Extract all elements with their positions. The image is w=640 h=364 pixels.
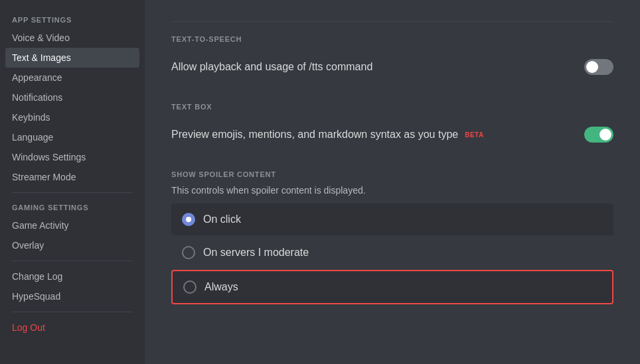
sidebar-item-language[interactable]: Language — [5, 127, 139, 147]
radio-option-on-click[interactable]: On click — [171, 204, 613, 235]
sidebar-item-label: Voice & Video — [12, 32, 70, 43]
radio-label-on-click: On click — [203, 213, 241, 225]
sidebar-item-label: Windows Settings — [12, 152, 86, 162]
textbox-toggle[interactable]: ✓ — [584, 127, 613, 143]
sidebar-item-label: Streamer Mode — [12, 172, 76, 182]
x-icon: ✕ — [601, 62, 609, 72]
sidebar-item-label: Overlay — [12, 240, 44, 251]
radio-circle-always — [183, 280, 197, 294]
sidebar-item-notifications[interactable]: Notifications — [5, 88, 139, 107]
radio-label-always: Always — [204, 281, 238, 293]
spoiler-section-label: SHOW SPOILER CONTENT — [171, 170, 613, 178]
sidebar-item-text-images[interactable]: Text & Images — [5, 48, 139, 68]
sidebar-item-label: Game Activity — [12, 220, 69, 231]
radio-circle-on-click — [182, 213, 195, 226]
sidebar-item-label: Appearance — [12, 72, 62, 83]
sidebar-item-appearance[interactable]: Appearance — [5, 68, 139, 88]
sidebar-item-label: Keybinds — [12, 112, 50, 123]
main-content: TEXT-TO-SPEECH Allow playback and usage … — [145, 0, 640, 364]
sidebar-item-windows-settings[interactable]: Windows Settings — [5, 147, 139, 167]
textbox-section-label: TEXT BOX — [171, 103, 613, 111]
sidebar: APP SETTINGS Voice & Video Text & Images… — [0, 0, 145, 364]
sidebar-divider-3 — [12, 312, 133, 312]
radio-group: On click On servers I moderate Always — [171, 204, 613, 306]
sidebar-item-label: Notifications — [12, 92, 62, 103]
toggle-knob — [586, 61, 598, 73]
radio-inner — [186, 217, 191, 222]
textbox-setting-text: Preview emojis, mentions, and markdown s… — [171, 129, 484, 141]
spoiler-section: SHOW SPOILER CONTENT This controls when … — [171, 170, 613, 306]
tts-setting-row: Allow playback and usage of /tts command… — [171, 50, 613, 84]
top-divider — [171, 21, 613, 22]
tts-setting-text: Allow playback and usage of /tts command — [171, 61, 372, 73]
sidebar-divider — [12, 192, 133, 193]
check-icon: ✓ — [602, 130, 609, 140]
textbox-setting-row: Preview emojis, mentions, and markdown s… — [171, 117, 613, 152]
tts-section: TEXT-TO-SPEECH Allow playback and usage … — [171, 35, 613, 84]
sidebar-item-label: Change Log — [12, 271, 62, 282]
sidebar-item-hypesquad[interactable]: HypeSquad — [5, 286, 139, 306]
radio-circle-on-servers — [182, 246, 195, 259]
sidebar-item-voice-video[interactable]: Voice & Video — [5, 28, 139, 48]
sidebar-item-label: HypeSquad — [12, 291, 60, 302]
sidebar-item-change-log[interactable]: Change Log — [5, 267, 139, 286]
sidebar-divider-2 — [12, 261, 133, 261]
tts-section-label: TEXT-TO-SPEECH — [171, 35, 613, 43]
sidebar-item-overlay[interactable]: Overlay — [5, 235, 139, 255]
app-settings-label: APP SETTINGS — [5, 11, 139, 27]
sidebar-item-label: Log Out — [12, 322, 45, 333]
radio-label-on-servers: On servers I moderate — [203, 247, 309, 259]
sidebar-item-streamer-mode[interactable]: Streamer Mode — [5, 167, 139, 187]
tts-toggle[interactable]: ✕ — [584, 59, 613, 75]
spoiler-description: This controls when spoiler content is di… — [171, 185, 613, 196]
textbox-section: TEXT BOX Preview emojis, mentions, and m… — [171, 103, 613, 152]
sidebar-item-label: Language — [12, 132, 53, 143]
sidebar-item-game-activity[interactable]: Game Activity — [5, 215, 139, 235]
radio-option-on-servers[interactable]: On servers I moderate — [171, 237, 613, 269]
gaming-settings-label: GAMING SETTINGS — [5, 198, 139, 214]
beta-badge: BETA — [465, 131, 483, 139]
sidebar-item-keybinds[interactable]: Keybinds — [5, 107, 139, 127]
sidebar-item-label: Text & Images — [12, 52, 71, 63]
sidebar-item-logout[interactable]: Log Out — [5, 318, 139, 337]
radio-option-always[interactable]: Always — [171, 270, 613, 304]
